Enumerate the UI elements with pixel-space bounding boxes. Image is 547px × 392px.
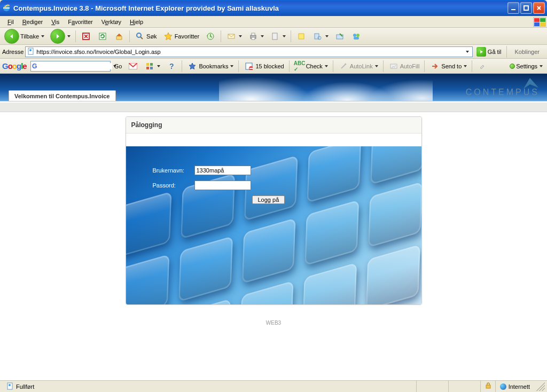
svg-rect-24: [150, 63, 153, 66]
welcome-tab[interactable]: Velkommen til Contempus.Invoice: [9, 90, 116, 101]
globe-icon: [500, 383, 506, 390]
mail-button[interactable]: [224, 30, 244, 43]
google-search-wrap[interactable]: G: [30, 61, 111, 72]
menu-favorites[interactable]: Favoritter: [64, 18, 97, 26]
home-button[interactable]: [112, 30, 127, 43]
research-button[interactable]: [310, 30, 331, 43]
username-input[interactable]: [194, 166, 251, 175]
page-banner: CONTEMPUS Velkommen til Contempus.Invoic…: [0, 74, 547, 101]
menu-help[interactable]: Hjelp: [126, 18, 147, 26]
svg-rect-10: [252, 37, 255, 40]
address-input[interactable]: [36, 49, 464, 55]
links-label[interactable]: Koblinger: [510, 49, 545, 55]
help-icon: ?: [166, 61, 177, 72]
window-titlebar: Contempus.Invoice 3.8 - Microsoft Intern…: [0, 0, 547, 16]
google-logo: Google: [2, 61, 29, 70]
popup-blocked-button[interactable]: 15 blocked: [241, 60, 286, 73]
google-go-button[interactable]: Go: [112, 62, 124, 70]
page-icon: [6, 382, 14, 391]
windows-flag-icon: [533, 17, 546, 27]
back-button[interactable]: Tilbake: [2, 28, 46, 45]
status-bar: Fullført Internett: [0, 380, 547, 392]
menu-tools[interactable]: Verktøy: [97, 18, 126, 26]
favorites-button[interactable]: Favoritter: [161, 30, 201, 43]
browser-toolbar: Tilbake Søk Favoritter: [0, 28, 547, 45]
edit-icon: [270, 31, 280, 42]
gray-strip: [0, 103, 547, 112]
notes-button[interactable]: [294, 30, 309, 43]
google-help-button[interactable]: ?: [164, 60, 179, 73]
status-zone: Internett: [495, 381, 534, 392]
login-button[interactable]: Logg på: [252, 195, 285, 204]
star-icon: [163, 31, 174, 42]
menu-file[interactable]: Fil: [3, 18, 18, 26]
settings-button[interactable]: Settings: [507, 62, 545, 70]
research-icon: [312, 31, 323, 42]
svg-rect-18: [354, 37, 359, 40]
svg-rect-9: [252, 33, 255, 35]
blocked-icon: [244, 61, 254, 72]
menu-bar: Fil Rediger Vis Favoritter Verktøy Hjelp: [0, 16, 547, 28]
edit-button[interactable]: [268, 30, 288, 43]
autolink-button[interactable]: AutoLink: [336, 60, 380, 73]
minimize-button[interactable]: [507, 2, 519, 14]
svg-rect-2: [524, 6, 528, 10]
autofill-icon: [388, 61, 399, 72]
menu-edit[interactable]: Rediger: [18, 18, 48, 26]
svg-point-16: [353, 34, 356, 37]
google-options-button[interactable]: [142, 60, 162, 73]
page-icon: [27, 48, 35, 56]
svg-rect-12: [299, 34, 304, 39]
login-form: Brukernavn: Passord: Logg på: [153, 166, 285, 204]
svg-rect-30: [390, 64, 397, 68]
chevron-down-icon: [540, 65, 543, 67]
google-toolbar: Google G Go ? Bookmarks 15 block: [0, 59, 547, 74]
autofill-button[interactable]: AutoFill: [386, 60, 422, 73]
refresh-button[interactable]: [95, 30, 110, 43]
folder-icon: [334, 31, 345, 42]
google-search-input[interactable]: [38, 63, 112, 69]
messenger-button[interactable]: [349, 30, 364, 43]
window-title: Contempus.Invoice 3.8 - Microsoft Intern…: [13, 4, 507, 12]
google-g-icon: G: [32, 62, 38, 70]
go-button[interactable]: Gå til: [474, 46, 504, 58]
chevron-down-icon: [283, 35, 286, 37]
password-label: Passord:: [153, 182, 189, 189]
resize-grip[interactable]: [536, 382, 545, 391]
svg-rect-1: [511, 9, 515, 10]
ie-icon: [2, 4, 11, 12]
chevron-down-icon: [157, 65, 160, 67]
gmail-button[interactable]: [126, 60, 140, 73]
sendto-button[interactable]: Send to: [427, 60, 469, 73]
maximize-button[interactable]: [520, 2, 532, 14]
bookmarks-button[interactable]: Bookmarks: [185, 60, 236, 73]
chevron-down-icon[interactable]: [466, 51, 469, 53]
chevron-down-icon: [464, 65, 467, 67]
password-input[interactable]: [194, 181, 251, 190]
stop-button[interactable]: [79, 30, 93, 43]
address-label: Adresse: [2, 49, 24, 55]
mail-icon: [226, 31, 237, 42]
address-input-wrap[interactable]: [25, 46, 472, 57]
login-panel: Pålogging Brukernavn: Passord:: [126, 116, 422, 305]
home-icon: [114, 31, 124, 42]
spellcheck-button[interactable]: ABC✓ Check: [292, 60, 330, 73]
svg-point-20: [29, 49, 32, 51]
close-button[interactable]: [533, 2, 545, 14]
highlight-button[interactable]: [475, 60, 490, 73]
status-left: Fullført: [2, 381, 38, 392]
search-button[interactable]: Søk: [132, 30, 159, 43]
svg-rect-25: [146, 67, 149, 69]
chevron-down-icon: [41, 35, 44, 37]
chevron-down-icon: [261, 35, 264, 37]
chevron-down-icon: [239, 35, 242, 37]
history-button[interactable]: [203, 30, 218, 43]
svg-rect-26: [150, 67, 153, 69]
forward-button[interactable]: [48, 28, 73, 45]
svg-rect-11: [272, 33, 277, 40]
chevron-down-icon: [325, 35, 329, 37]
menu-view[interactable]: Vis: [47, 18, 64, 26]
print-button[interactable]: [246, 30, 266, 43]
chevron-down-icon: [375, 65, 378, 67]
folder-button[interactable]: [332, 30, 347, 43]
